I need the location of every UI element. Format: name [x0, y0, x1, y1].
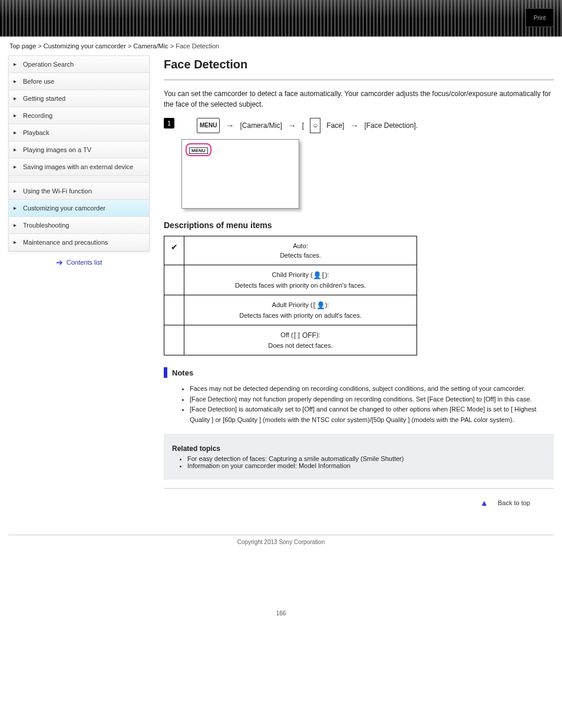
breadcrumb-top[interactable]: Top page [9, 42, 36, 50]
table-row-child: Child Priority (👤⟦): Detects faces with … [164, 265, 417, 295]
option-cell: Auto: Detects faces. [184, 236, 417, 265]
contents-list-link[interactable]: ➔ Contents list [8, 252, 150, 273]
sidebar-item-label: Maintenance and precautions [23, 239, 108, 246]
option-cell: Adult Priority (⟦👤): Detects faces with … [184, 295, 417, 325]
breadcrumb-current: Face Detection [176, 42, 219, 50]
table-row-off: Off (⟦⟧ OFF): Does not detect faces. [164, 325, 417, 355]
child-label: Child Priority [272, 271, 309, 278]
page-number: 166 [0, 610, 562, 617]
check-cell: ✔ [164, 236, 184, 265]
sidebar-item-label: Using the Wi-Fi function [23, 187, 92, 195]
sidebar-wrap: Operation Search Before use Getting star… [8, 55, 150, 273]
sidebar-item-customizing[interactable]: Customizing your camcorder [9, 200, 149, 217]
note-item: Faces may not be detected depending on r… [190, 384, 554, 394]
table-row-adult: Adult Priority (⟦👤): Detects faces with … [164, 295, 417, 325]
option-cell: Child Priority (👤⟦): Detects faces with … [184, 265, 417, 295]
print-button[interactable]: Print [525, 8, 554, 27]
print-label: Print [534, 15, 546, 21]
sidebar-item-label: Playing images on a TV [23, 146, 91, 153]
check-cell [164, 265, 184, 295]
seq-face-detection: [Face Detection]. [364, 119, 418, 132]
sidebar-item-wifi[interactable]: Using the Wi-Fi function [9, 183, 149, 200]
title-underline [164, 80, 554, 80]
related-item: For easy detection of faces: Capturing a… [187, 455, 548, 462]
breadcrumb: Top page > Customizing your camcorder > … [0, 37, 562, 50]
lcd-screenshot: MENU [181, 139, 299, 209]
footer-separator [8, 535, 554, 535]
step-number-icon: 1 [164, 118, 174, 129]
check-cell [164, 325, 184, 355]
child-line2: ): [325, 271, 329, 278]
sidebar-item-label: Getting started [23, 95, 65, 102]
back-to-top-link[interactable]: Back to top [498, 499, 530, 506]
adult-label: Adult Priority [272, 301, 309, 308]
sidebar-item-label: Customizing your camcorder [23, 205, 105, 212]
separator [164, 488, 554, 489]
arrow-icon: → [288, 119, 296, 132]
sidebar-item-playback[interactable]: Playback [9, 124, 149, 141]
seq-bracket-open: [ [302, 119, 304, 132]
content-area: Face Detection You can set the camcorder… [164, 55, 554, 511]
lcd-menu-highlight: MENU [186, 143, 211, 156]
sidebar-item-playing-tv[interactable]: Playing images on a TV [9, 141, 149, 159]
check-icon: ✔ [171, 242, 178, 252]
sidebar-item-saving-external[interactable]: Saving images with an external device [9, 159, 149, 176]
notes-heading: Notes [164, 367, 554, 378]
notes-heading-label: Notes [172, 368, 193, 377]
off-line2: ): [316, 331, 320, 338]
note-item: [Face Detection] may not function proper… [190, 394, 554, 405]
table-row-auto: ✔ Auto: Detects faces. [164, 236, 417, 265]
child-priority-icon: 👤⟦ [313, 271, 325, 279]
check-cell [164, 295, 184, 325]
breadcrumb-subsection[interactable]: Camera/Mic [133, 42, 168, 50]
menu-button-icon: MENU [197, 118, 220, 133]
sidebar: Operation Search Before use Getting star… [8, 55, 150, 252]
off-label: Off ( [280, 331, 293, 338]
arrow-icon: → [350, 119, 358, 132]
auto-label: Auto: [293, 242, 308, 249]
face-category-icon: ☺ [310, 118, 320, 133]
options-table: ✔ Auto: Detects faces. Child Priority (👤… [164, 236, 417, 355]
arrow-icon: → [226, 119, 234, 132]
note-item: [Face Detection] is automatically set to… [190, 404, 554, 425]
seq-face: Face] [326, 119, 344, 132]
adult-priority-icon: ⟦👤 [313, 301, 325, 309]
notes-list: Faces may not be detected depending on r… [190, 384, 554, 425]
auto-desc: Detects faces. [189, 252, 412, 259]
adult-desc: Detects faces with priority on adult's f… [189, 312, 412, 319]
sidebar-item-label: Before use [23, 78, 54, 85]
sidebar-item-recording[interactable]: Recording [9, 107, 149, 124]
sidebar-item-label: Saving images with an external device [23, 163, 133, 170]
sidebar-item-before-use[interactable]: Before use [9, 73, 149, 90]
related-list: For easy detection of faces: Capturing a… [187, 455, 548, 469]
sidebar-item-operation-search[interactable]: Operation Search [9, 56, 149, 73]
arrow-right-icon: ➔ [56, 258, 63, 267]
adult-line2: ): [325, 301, 329, 308]
sidebar-item-troubleshooting[interactable]: Troubleshooting [9, 217, 149, 234]
related-topics-box: Related topics For easy detection of fac… [164, 434, 554, 480]
child-desc: Detects faces with priority on children'… [189, 282, 412, 289]
lcd-menu-icon: MENU [189, 147, 208, 154]
related-item: Information on your camcorder model: Mod… [187, 462, 548, 469]
breadcrumb-section[interactable]: Customizing your camcorder [44, 42, 126, 50]
sidebar-spacer [9, 176, 149, 183]
step-1: 1 MENU → [Camera/Mic] → [ ☺ Face] → [Fac… [164, 118, 554, 133]
up-triangle-icon: ▲ [480, 498, 488, 508]
sidebar-item-label: Recording [23, 112, 52, 119]
off-desc: Does not detect faces. [189, 342, 412, 349]
sidebar-item-maintenance[interactable]: Maintenance and precautions [9, 234, 149, 251]
option-cell: Off (⟦⟧ OFF): Does not detect faces. [184, 325, 417, 355]
seq-camera-mic: [Camera/Mic] [240, 119, 282, 132]
sidebar-item-label: Troubleshooting [23, 222, 69, 229]
page-title: Face Detection [164, 58, 554, 71]
contents-list-label: Contents list [67, 259, 103, 266]
related-heading: Related topics [170, 444, 548, 453]
copyright: Copyright 2013 Sony Corporation [0, 539, 562, 545]
header-bar: Print [0, 0, 562, 37]
sidebar-item-label: Playback [23, 129, 49, 136]
footer-links: ▲ Back to top [164, 495, 554, 511]
options-heading: Descriptions of menu items [164, 220, 554, 230]
sidebar-item-getting-started[interactable]: Getting started [9, 90, 149, 107]
notes-bar-icon [164, 367, 167, 378]
face-off-icon: ⟦⟧ OFF [293, 331, 316, 340]
